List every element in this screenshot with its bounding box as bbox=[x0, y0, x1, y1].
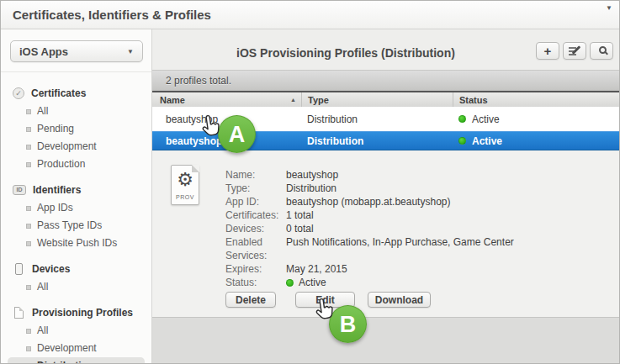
bullet-icon bbox=[26, 346, 31, 351]
toolbar: + bbox=[536, 42, 613, 60]
field-value: beautyshop (mobapp.at.beautyshop) bbox=[286, 195, 450, 208]
sidebar-item-label: All bbox=[37, 325, 48, 336]
section-label: Certificates bbox=[31, 87, 86, 99]
column-header-type[interactable]: Type bbox=[301, 92, 453, 107]
profile-detail-panel: ⚙ PROV Name: beautyshop Type: Distributi… bbox=[152, 150, 619, 318]
sidebar-item-certificates-all[interactable]: All bbox=[1, 103, 151, 120]
sort-ascending-icon: ▲ bbox=[290, 97, 296, 103]
bullet-icon bbox=[26, 329, 31, 334]
sidebar-nav: ✓ Certificates All Pending Development P… bbox=[1, 72, 151, 364]
chevron-down-icon: ▼ bbox=[127, 48, 134, 55]
field-value: 0 total bbox=[286, 222, 314, 235]
bullet-icon bbox=[26, 241, 31, 246]
sidebar-item-app-ids[interactable]: App IDs bbox=[1, 199, 151, 217]
compose-icon bbox=[569, 46, 580, 55]
bullet-icon bbox=[26, 145, 31, 150]
detail-field-devices: Devices: 0 total bbox=[225, 222, 611, 235]
sidebar-item-certificates-production[interactable]: Production bbox=[1, 156, 151, 173]
sidebar-item-certificates-development[interactable]: Development bbox=[1, 138, 151, 156]
detail-field-certificates: Certificates: 1 total bbox=[225, 208, 611, 222]
prov-badge-label: PROV bbox=[172, 194, 199, 200]
section-label: Devices bbox=[32, 263, 70, 275]
field-value: May 21, 2015 bbox=[286, 262, 347, 276]
status-label: Active bbox=[299, 276, 326, 289]
section-label: Provisioning Profiles bbox=[32, 307, 133, 319]
page-header: Certificates, Identifiers & Profiles ▼ bbox=[1, 1, 619, 29]
device-icon bbox=[15, 263, 23, 275]
provisioning-profile-file-icon: ⚙ PROV bbox=[171, 165, 199, 205]
sidebar-item-profiles-all[interactable]: All bbox=[1, 322, 151, 340]
sidebar-item-certificates-pending[interactable]: Pending bbox=[1, 120, 151, 138]
detail-field-name: Name: beautyshop bbox=[225, 168, 611, 182]
bullet-icon bbox=[26, 206, 31, 211]
field-label: Status: bbox=[225, 276, 286, 289]
bullet-icon bbox=[26, 127, 31, 132]
certificate-seal-icon: ✓ bbox=[13, 87, 24, 99]
profile-status-cell: Active bbox=[453, 135, 619, 147]
sidebar-item-website-push-ids[interactable]: Website Push IDs bbox=[1, 235, 151, 252]
status-dot-icon bbox=[286, 279, 294, 287]
section-label: Identifiers bbox=[33, 184, 81, 196]
gear-icon: ⚙ bbox=[172, 166, 199, 194]
column-label: Status bbox=[459, 95, 488, 105]
document-icon bbox=[14, 307, 24, 319]
field-label: Name: bbox=[225, 168, 286, 182]
status-dot-icon bbox=[458, 115, 466, 123]
add-profile-button[interactable]: + bbox=[536, 42, 559, 60]
search-icon bbox=[599, 46, 607, 54]
detail-fields: Name: beautyshop Type: Distribution App … bbox=[152, 150, 619, 289]
delete-button[interactable]: Delete bbox=[225, 292, 276, 308]
bullet-icon bbox=[26, 285, 31, 290]
edit-list-button[interactable] bbox=[563, 42, 586, 60]
column-label: Name bbox=[160, 95, 185, 105]
sidebar-header-certificates: ✓ Certificates bbox=[1, 84, 151, 103]
detail-field-expires: Expires: May 21, 2015 bbox=[225, 262, 611, 276]
sidebar-section-devices: Devices All bbox=[1, 260, 151, 296]
sidebar-header-provisioning-profiles: Provisioning Profiles bbox=[1, 303, 151, 322]
ios-apps-dropdown-label: iOS Apps bbox=[19, 45, 68, 58]
hand-cursor-icon bbox=[313, 297, 336, 325]
sidebar: iOS Apps ▼ ✓ Certificates All Pending De… bbox=[1, 29, 152, 363]
sidebar-item-label: All bbox=[37, 106, 48, 117]
bullet-icon bbox=[26, 109, 31, 114]
sidebar-item-profiles-development[interactable]: Development bbox=[1, 340, 151, 357]
sidebar-item-label: Production bbox=[37, 159, 85, 170]
chevron-down-icon[interactable]: ▼ bbox=[606, 4, 612, 12]
sidebar-item-profiles-distribution[interactable]: Distribution bbox=[8, 357, 145, 364]
search-button[interactable] bbox=[590, 42, 613, 60]
field-value: Active bbox=[286, 276, 326, 289]
field-label: Enabled Services: bbox=[225, 235, 286, 262]
content-header: iOS Provisioning Profiles (Distribution)… bbox=[152, 29, 619, 70]
sidebar-item-label: App IDs bbox=[37, 203, 73, 214]
detail-field-status: Status: Active bbox=[225, 276, 611, 289]
sidebar-header-identifiers: ID Identifiers bbox=[1, 181, 151, 199]
page-title: Certificates, Identifiers & Profiles bbox=[13, 8, 211, 22]
profiles-count-text: 2 profiles total. bbox=[166, 75, 231, 87]
summary-bar: 2 profiles total. bbox=[152, 70, 619, 91]
column-header-name[interactable]: Name ▲ bbox=[152, 92, 301, 107]
detail-field-type: Type: Distribution bbox=[225, 182, 611, 195]
sidebar-item-devices-all[interactable]: All bbox=[1, 278, 151, 296]
profile-status-cell: Active bbox=[453, 113, 619, 125]
status-label: Active bbox=[472, 113, 500, 125]
id-badge-icon: ID bbox=[13, 185, 26, 195]
sidebar-item-pass-type-ids[interactable]: Pass Type IDs bbox=[1, 217, 151, 235]
column-header-status[interactable]: Status bbox=[453, 92, 619, 107]
field-label: Type: bbox=[225, 182, 286, 195]
table-header: Name ▲ Type Status bbox=[152, 91, 619, 107]
field-label: Devices: bbox=[225, 222, 286, 235]
download-button[interactable]: Download bbox=[368, 292, 431, 308]
app-window: Certificates, Identifiers & Profiles ▼ i… bbox=[0, 0, 620, 364]
sidebar-item-label: Pass Type IDs bbox=[37, 220, 102, 231]
ios-apps-dropdown[interactable]: iOS Apps ▼ bbox=[10, 40, 143, 62]
sidebar-item-label: All bbox=[37, 282, 48, 293]
annotation-b-badge: B bbox=[329, 305, 367, 343]
sidebar-item-label: Website Push IDs bbox=[37, 238, 117, 249]
field-value: Distribution bbox=[286, 182, 336, 195]
sidebar-item-label: Distribution bbox=[37, 361, 93, 364]
sidebar-header-devices: Devices bbox=[1, 260, 151, 278]
footer-area bbox=[152, 318, 619, 363]
hand-cursor-icon bbox=[199, 113, 222, 142]
field-label: Certificates: bbox=[225, 208, 286, 222]
field-label: App ID: bbox=[225, 195, 286, 208]
